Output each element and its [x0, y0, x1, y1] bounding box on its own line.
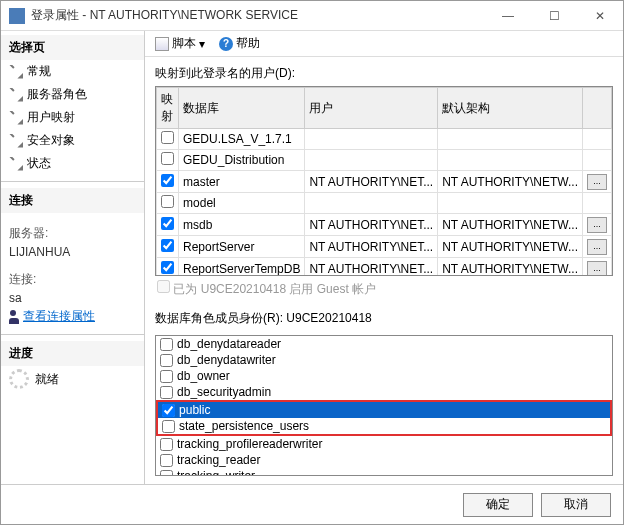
role-checkbox[interactable] [160, 338, 173, 351]
col-db[interactable]: 数据库 [179, 88, 305, 129]
script-button[interactable]: 脚本 ▾ [151, 33, 209, 54]
connection-label: 连接: [1, 269, 144, 290]
map-checkbox[interactable] [161, 131, 174, 144]
role-row[interactable]: db_owner [156, 368, 612, 384]
role-checkbox[interactable] [162, 420, 175, 433]
role-checkbox[interactable] [160, 438, 173, 451]
role-row[interactable]: tracking_writer [156, 468, 612, 476]
window-title: 登录属性 - NT AUTHORITY\NETWORK SERVICE [31, 7, 485, 24]
ok-button[interactable]: 确定 [463, 493, 533, 517]
people-icon [9, 310, 23, 324]
role-checkbox[interactable] [160, 454, 173, 467]
table-row[interactable]: model [157, 193, 612, 214]
dialog-footer: 确定 取消 [1, 484, 623, 524]
db-cell: master [179, 171, 305, 193]
sidebar-item-2[interactable]: 用户映射 [1, 106, 144, 129]
minimize-button[interactable]: — [485, 1, 531, 31]
guest-enabled-row: 已为 U9CE20210418 启用 Guest 帐户 [155, 276, 613, 302]
sidebar-item-1[interactable]: 服务器角色 [1, 83, 144, 106]
map-checkbox[interactable] [161, 152, 174, 165]
db-cell: GEDU.LSA_V_1.7.1 [179, 129, 305, 150]
sidebar-item-label: 用户映射 [27, 109, 75, 126]
role-checkbox[interactable] [160, 470, 173, 477]
script-label: 脚本 [172, 35, 196, 52]
db-cell: GEDU_Distribution [179, 150, 305, 171]
roles-list[interactable]: db_denydatareaderdb_denydatawriterdb_own… [155, 335, 613, 476]
guest-label: 已为 U9CE20210418 启用 Guest 帐户 [173, 282, 376, 296]
mapped-users-table[interactable]: 映射 数据库 用户 默认架构 GEDU.LSA_V_1.7.1GEDU_Dist… [155, 86, 613, 276]
wrench-icon [9, 111, 23, 125]
user-cell: NT AUTHORITY\NET... [305, 258, 438, 277]
map-checkbox[interactable] [161, 174, 174, 187]
sidebar-item-3[interactable]: 安全对象 [1, 129, 144, 152]
server-label: 服务器: [1, 223, 144, 244]
role-row[interactable]: db_denydatareader [156, 336, 612, 352]
maximize-button[interactable]: ☐ [531, 1, 577, 31]
map-checkbox[interactable] [161, 239, 174, 252]
table-row[interactable]: ReportServerNT AUTHORITY\NET...NT AUTHOR… [157, 236, 612, 258]
schema-cell [438, 129, 583, 150]
schema-cell: NT AUTHORITY\NETW... [438, 236, 583, 258]
schema-cell [438, 150, 583, 171]
user-cell [305, 150, 438, 171]
role-name: tracking_profilereaderwriter [177, 437, 322, 451]
map-checkbox[interactable] [161, 261, 174, 274]
view-props-link[interactable]: 查看连接属性 [23, 308, 95, 325]
role-row[interactable]: public [158, 402, 610, 418]
role-checkbox[interactable] [160, 370, 173, 383]
role-name: db_owner [177, 369, 230, 383]
table-row[interactable]: ReportServerTempDBNT AUTHORITY\NET...NT … [157, 258, 612, 277]
browse-button[interactable]: ... [587, 261, 607, 276]
user-cell [305, 193, 438, 214]
role-checkbox[interactable] [160, 354, 173, 367]
sidebar-item-label: 服务器角色 [27, 86, 87, 103]
role-name: public [179, 403, 210, 417]
table-row[interactable]: GEDU.LSA_V_1.7.1 [157, 129, 612, 150]
role-row[interactable]: tracking_profilereaderwriter [156, 436, 612, 452]
map-checkbox[interactable] [161, 217, 174, 230]
sidebar: 选择页 常规服务器角色用户映射安全对象状态 连接 服务器: LIJIANHUA … [1, 31, 145, 484]
user-cell: NT AUTHORITY\NET... [305, 214, 438, 236]
role-row[interactable]: state_persistence_users [158, 418, 610, 434]
sidebar-item-4[interactable]: 状态 [1, 152, 144, 175]
view-connection-props[interactable]: 查看连接属性 [1, 305, 144, 328]
browse-button[interactable]: ... [587, 239, 607, 255]
browse-button[interactable]: ... [587, 174, 607, 190]
col-map[interactable]: 映射 [157, 88, 179, 129]
db-cell: model [179, 193, 305, 214]
role-name: tracking_reader [177, 453, 260, 467]
app-icon [9, 8, 25, 24]
role-checkbox[interactable] [160, 386, 173, 399]
wrench-icon [9, 88, 23, 102]
wrench-icon [9, 134, 23, 148]
col-user[interactable]: 用户 [305, 88, 438, 129]
wrench-icon [9, 157, 23, 171]
guest-checkbox [157, 280, 170, 293]
progress-header: 进度 [1, 341, 144, 366]
cancel-button[interactable]: 取消 [541, 493, 611, 517]
role-name: db_securityadmin [177, 385, 271, 399]
table-row[interactable]: GEDU_Distribution [157, 150, 612, 171]
role-checkbox[interactable] [162, 404, 175, 417]
progress-status: 就绪 [1, 366, 144, 392]
spinner-icon [9, 369, 29, 389]
script-icon [155, 37, 169, 51]
roles-label: 数据库角色成员身份(R): U9CE20210418 [155, 310, 613, 327]
help-button[interactable]: ? 帮助 [215, 33, 264, 54]
sidebar-item-label: 状态 [27, 155, 51, 172]
close-button[interactable]: ✕ [577, 1, 623, 31]
col-schema[interactable]: 默认架构 [438, 88, 583, 129]
server-value: LIJIANHUA [1, 244, 144, 259]
role-row[interactable]: db_securityadmin [156, 384, 612, 400]
role-name: db_denydatareader [177, 337, 281, 351]
table-row[interactable]: masterNT AUTHORITY\NET...NT AUTHORITY\NE… [157, 171, 612, 193]
role-row[interactable]: tracking_reader [156, 452, 612, 468]
db-cell: msdb [179, 214, 305, 236]
sidebar-item-0[interactable]: 常规 [1, 60, 144, 83]
table-row[interactable]: msdbNT AUTHORITY\NET...NT AUTHORITY\NETW… [157, 214, 612, 236]
role-row[interactable]: db_denydatawriter [156, 352, 612, 368]
connection-header: 连接 [1, 188, 144, 213]
progress-text: 就绪 [35, 371, 59, 388]
map-checkbox[interactable] [161, 195, 174, 208]
browse-button[interactable]: ... [587, 217, 607, 233]
